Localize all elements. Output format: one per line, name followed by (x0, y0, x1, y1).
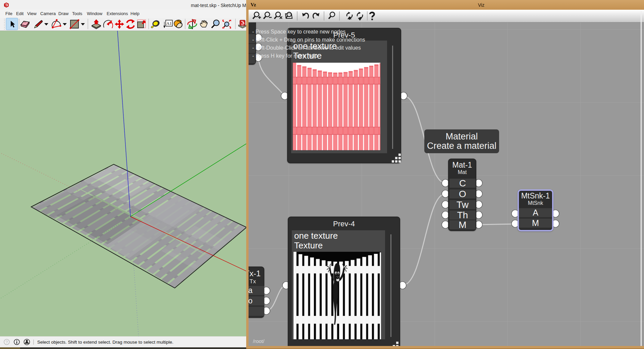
svg-text:?: ? (6, 340, 8, 345)
svg-text:A1: A1 (166, 21, 172, 26)
